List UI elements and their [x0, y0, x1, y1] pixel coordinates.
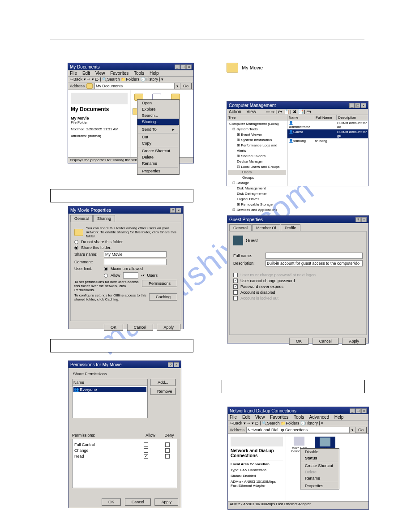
menu-view[interactable]: View: [255, 415, 265, 420]
allow-read[interactable]: ✓: [144, 454, 148, 459]
ok-button[interactable]: OK: [102, 498, 121, 506]
mi-search[interactable]: Search...: [137, 112, 179, 119]
cancel-button[interactable]: Cancel: [125, 498, 151, 506]
window-controls[interactable]: ?×: [167, 362, 179, 367]
context-menu[interactable]: Open Explore Search... Sharing... Send T…: [137, 99, 180, 175]
tab-profile[interactable]: Profile: [281, 224, 300, 231]
mi-sharing[interactable]: Sharing...: [137, 119, 179, 125]
window-controls[interactable]: _□×: [349, 103, 366, 108]
menu-view[interactable]: View: [247, 109, 257, 114]
mi-status[interactable]: Status: [300, 455, 339, 461]
search-button[interactable]: Search: [267, 421, 280, 425]
cancel-button[interactable]: Cancel: [127, 324, 153, 331]
remove-button[interactable]: Remove: [150, 388, 176, 395]
history-button[interactable]: History: [146, 77, 158, 82]
menu-edit[interactable]: Edit: [242, 415, 250, 420]
col-name[interactable]: Name: [287, 115, 314, 120]
share-name-input[interactable]: [104, 251, 167, 257]
apply-button[interactable]: Apply: [157, 324, 180, 331]
window-controls[interactable]: _□×: [349, 408, 367, 413]
allow-full[interactable]: [144, 442, 148, 447]
radio-noshare[interactable]: [74, 240, 78, 244]
add-button[interactable]: Add...: [150, 379, 176, 386]
tab-general[interactable]: General: [229, 224, 252, 231]
cb-disabled[interactable]: [233, 290, 238, 295]
caching-button[interactable]: Caching: [149, 293, 177, 300]
apply-button[interactable]: Apply: [154, 498, 178, 506]
cancel-button[interactable]: Cancel: [313, 338, 338, 345]
mi-sendto[interactable]: Send To▸: [137, 126, 179, 133]
menu-help[interactable]: Help: [150, 71, 159, 76]
mi-rename[interactable]: Rename: [300, 475, 339, 481]
go-button[interactable]: Go: [180, 83, 192, 89]
search-button[interactable]: Search: [107, 77, 120, 82]
tab-memberof[interactable]: Member Of: [252, 224, 280, 231]
allow-spinner[interactable]: [123, 272, 138, 279]
mi-rename[interactable]: Rename: [137, 160, 179, 167]
ok-button[interactable]: OK: [104, 324, 123, 331]
cb-neverexpires[interactable]: ✓: [233, 284, 238, 289]
mi-shortcut[interactable]: Create Shortcut: [137, 148, 179, 154]
ok-button[interactable]: OK: [289, 338, 308, 345]
deny-read[interactable]: [165, 454, 170, 459]
menu-tools[interactable]: Tools: [294, 415, 304, 420]
mymovie-item[interactable]: My Movie: [227, 63, 263, 73]
radio-max[interactable]: [104, 267, 108, 271]
deny-full[interactable]: [165, 442, 170, 447]
menu-advanced[interactable]: Advanced: [309, 415, 329, 420]
fullname-input[interactable]: [265, 253, 363, 259]
mi-copy[interactable]: Copy: [137, 140, 179, 146]
window-controls[interactable]: ?×: [170, 207, 181, 213]
back-button[interactable]: Back: [233, 421, 242, 425]
mi-properties[interactable]: Properties: [300, 483, 339, 489]
radio-share[interactable]: [74, 246, 78, 250]
menu-favorites[interactable]: Favorites: [110, 71, 128, 76]
go-button[interactable]: Go: [355, 427, 367, 433]
mi-open[interactable]: Open: [137, 100, 179, 106]
history-button[interactable]: History: [305, 421, 318, 425]
netconn-context-menu[interactable]: Disable Status Create Shortcut Delete Re…: [300, 448, 339, 489]
user-row[interactable]: 👤shihongshihong: [287, 138, 368, 143]
menu-help[interactable]: Help: [334, 415, 344, 420]
mi-cut[interactable]: Cut: [137, 134, 179, 140]
permissions-button[interactable]: Permissions: [142, 280, 177, 287]
cb-cannotchange[interactable]: ✓: [233, 279, 238, 283]
window-controls[interactable]: ?×: [355, 217, 367, 222]
folders-button[interactable]: Folders: [286, 421, 299, 425]
mi-explore[interactable]: Explore: [137, 106, 179, 112]
tree-view[interactable]: Computer Management (Local) ⊟ System Too…: [227, 120, 287, 214]
mi-shortcut[interactable]: Create Shortcut: [300, 463, 339, 469]
col-desc[interactable]: Description: [337, 115, 368, 120]
desc-input[interactable]: [265, 260, 363, 266]
menu-action[interactable]: Action: [229, 109, 241, 114]
address-bar[interactable]: Address ▾ Go: [68, 82, 193, 90]
comment-input[interactable]: [104, 259, 167, 265]
apply-button[interactable]: Apply: [342, 338, 366, 345]
deny-change[interactable]: [165, 448, 170, 453]
radio-allow[interactable]: [104, 274, 108, 278]
menu-tools[interactable]: Tools: [134, 71, 144, 76]
menu-view[interactable]: View: [95, 71, 105, 76]
explorer-toolbar[interactable]: ⇦Back ▾ ⇨ ▾ 🗁 | 🔍Search 📁Folders 🕘Histor…: [68, 77, 193, 82]
tab-general[interactable]: General: [70, 215, 93, 222]
col-fullname[interactable]: Full Name: [314, 115, 337, 120]
address-input[interactable]: [94, 83, 175, 89]
mi-delete[interactable]: Delete: [137, 154, 179, 160]
allow-change[interactable]: [144, 448, 148, 453]
user-row-guest[interactable]: 👤GuestBuilt-in account for gu: [287, 129, 368, 138]
everyone-row[interactable]: 👥 Everyone: [73, 387, 146, 392]
explorer-menubar[interactable]: File Edit View Favorites Tools Help: [68, 70, 193, 77]
folders-button[interactable]: Folders: [126, 77, 139, 82]
mi-delete[interactable]: Delete: [300, 469, 339, 475]
user-row[interactable]: 👤AdministratorBuilt-in account for ad: [287, 120, 368, 129]
menu-favorites[interactable]: Favorites: [270, 415, 288, 420]
tab-sharing[interactable]: Sharing: [93, 215, 115, 222]
menu-file[interactable]: File: [230, 415, 237, 420]
mi-disable[interactable]: Disable: [300, 449, 339, 455]
menu-file[interactable]: File: [70, 71, 77, 76]
mi-properties[interactable]: Properties: [137, 168, 179, 174]
menu-edit[interactable]: Edit: [82, 71, 90, 76]
window-controls[interactable]: _□×: [174, 64, 192, 69]
back-button[interactable]: Back: [73, 77, 82, 82]
address-input[interactable]: [246, 427, 350, 433]
